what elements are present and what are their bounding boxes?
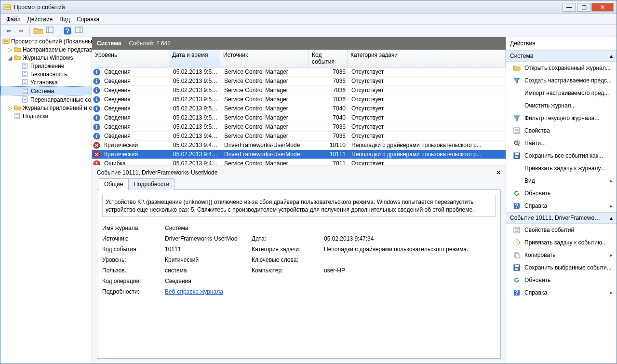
action-item[interactable]: Создать настраиваемое предс... — [506, 74, 617, 87]
actions-section-system[interactable]: Система▴ — [506, 50, 617, 62]
table-row[interactable]: Сведения05.02.2013 9:53:27Service Contro… — [92, 104, 506, 113]
action-item[interactable]: Обновить — [506, 187, 617, 200]
svg-rect-29 — [46, 27, 53, 33]
tab-general[interactable]: Общие — [99, 178, 128, 190]
copy-icon — [513, 251, 521, 259]
table-row[interactable]: Ошибка05.02.2013 9:47:34Service Control … — [92, 159, 506, 165]
action-item[interactable]: Привязать задачу к журналу... — [506, 162, 617, 175]
tree-log-system[interactable]: Система — [0, 86, 92, 95]
action-item[interactable]: Найти... — [506, 137, 617, 149]
action-item[interactable]: Фильтр текущего журнала... — [506, 112, 617, 124]
tree-custom-views[interactable]: ▷Настраиваемые представления — [0, 45, 92, 54]
table-row[interactable]: Сведения05.02.2013 9:53:38Service Contro… — [92, 86, 506, 95]
tree-log-forwarded[interactable]: Перенаправленные события — [0, 95, 92, 104]
content-header: Система Событий: 2 642 — [92, 37, 506, 50]
layout-button[interactable] — [75, 26, 85, 36]
action-item[interactable]: Обновить — [506, 274, 617, 286]
tree-pane[interactable]: Просмотр событий (Локальный) ▷Настраивае… — [0, 37, 92, 364]
submenu-arrow-icon: ▸ — [610, 202, 613, 209]
tree-log-application[interactable]: Приложение — [0, 62, 92, 70]
grid-header[interactable]: Уровень Дата и время Источник Код событи… — [92, 50, 506, 67]
back-button[interactable]: ⬅ — [3, 26, 14, 36]
action-item[interactable]: Вид▸ — [506, 175, 617, 187]
blank-icon — [513, 177, 521, 185]
level-icon — [93, 78, 100, 85]
action-item[interactable]: Привязать задачу к событию... — [506, 236, 617, 249]
event-count: Событий: 2 642 — [129, 40, 171, 47]
task-icon — [513, 239, 521, 246]
event-grid[interactable]: Уровень Дата и время Источник Код событи… — [92, 50, 506, 165]
table-row[interactable]: Сведения05.02.2013 9:47:46Service Contro… — [92, 132, 506, 141]
menu-action[interactable]: Действие — [25, 15, 56, 24]
panes-button[interactable] — [45, 26, 56, 36]
toolbar: ⬅ ➡ — [0, 25, 617, 37]
refresh-icon — [513, 189, 521, 197]
props-icon — [513, 127, 521, 135]
col-date[interactable]: Дата и время — [169, 50, 220, 67]
tree-app-logs[interactable]: ▷Журналы приложений и служб — [0, 104, 92, 112]
maximize-button[interactable]: ▢ — [577, 3, 590, 12]
blank-icon — [513, 102, 521, 109]
action-item[interactable]: Свойства событий — [506, 224, 617, 236]
show-tree-button[interactable] — [33, 26, 43, 36]
table-row[interactable]: Критический05.02.2013 9:47:34DriverFrame… — [92, 141, 506, 150]
content-title: Система — [97, 40, 121, 47]
action-item[interactable]: Импорт настраиваемого пред... — [506, 87, 617, 99]
tab-details[interactable]: Подробности — [128, 178, 174, 190]
window-title: Просмотр событий — [14, 4, 563, 11]
level-icon — [93, 114, 100, 121]
col-category[interactable]: Категория задачи — [348, 50, 506, 67]
action-item[interactable]: Копировать▸ — [506, 249, 617, 261]
actions-section-event[interactable]: Событие 10111, DriverFrameworks-...▴ — [506, 212, 617, 224]
titlebar: Просмотр событий — ▢ ✕ — [0, 0, 617, 14]
help-button[interactable] — [62, 26, 73, 36]
filter-icon — [513, 77, 521, 84]
col-source[interactable]: Источник — [220, 50, 309, 67]
col-level[interactable]: Уровень — [92, 50, 169, 67]
forward-button[interactable]: ➡ — [16, 26, 27, 36]
level-icon — [93, 123, 100, 131]
menu-view[interactable]: Вид — [56, 15, 73, 24]
table-row[interactable]: Сведения05.02.2013 9:55:00Service Contro… — [92, 77, 506, 86]
action-item[interactable]: Сохранить все события как... — [506, 149, 617, 162]
help-icon — [513, 202, 521, 210]
detail-close-button[interactable]: ✕ — [496, 169, 501, 176]
menu-file[interactable]: Файл — [3, 15, 24, 24]
tree-log-setup[interactable]: Установка — [0, 78, 92, 86]
tree-subscriptions[interactable]: Подписки — [0, 112, 92, 120]
menubar: Файл Действие Вид Справка — [0, 14, 617, 25]
actions-pane: Действия Система▴ Открыть сохраненный жу… — [506, 37, 617, 364]
tree-root[interactable]: Просмотр событий (Локальный) — [0, 37, 92, 45]
action-item[interactable]: Свойства — [506, 124, 617, 137]
action-item[interactable]: Справка▸ — [506, 200, 617, 212]
action-item[interactable]: Открыть сохраненный журнал... — [506, 62, 617, 74]
level-icon — [93, 87, 100, 94]
detail-title: Событие 10111, DriverFrameworks-UserMode — [97, 169, 217, 176]
save-icon — [513, 264, 521, 271]
menu-help[interactable]: Справка — [74, 15, 102, 24]
blank-icon — [513, 164, 521, 172]
table-row[interactable]: Сведения05.02.2013 9:51:34Service Contro… — [92, 122, 506, 132]
refresh-icon — [513, 276, 521, 284]
folder-icon — [513, 64, 521, 72]
action-item[interactable]: Сохранить выбранные событи... — [506, 261, 617, 274]
action-item[interactable]: Справка▸ — [506, 286, 617, 299]
close-button[interactable]: ✕ — [591, 3, 614, 12]
table-row[interactable]: Сведения05.02.2013 9:53:27Service Contro… — [92, 95, 506, 104]
level-icon — [93, 142, 100, 149]
col-code[interactable]: Код события — [309, 50, 348, 67]
detail-pane: Событие 10111, DriverFrameworks-UserMode… — [92, 165, 506, 364]
tree-log-security[interactable]: Безопасность — [0, 70, 92, 78]
table-row[interactable]: Критический05.02.2013 9:47:34DriverFrame… — [92, 150, 506, 159]
app-icon — [3, 3, 11, 11]
find-icon — [513, 139, 521, 147]
table-row[interactable]: Сведения05.02.2013 9:55:01Service Contro… — [92, 67, 506, 77]
submenu-arrow-icon: ▸ — [610, 252, 613, 258]
minimize-button[interactable]: — — [563, 3, 576, 12]
action-item[interactable]: Очистить журнал... — [506, 99, 617, 112]
level-icon — [93, 105, 100, 112]
table-row[interactable]: Сведения05.02.2013 9:53:25Service Contro… — [92, 113, 506, 122]
submenu-arrow-icon: ▸ — [610, 289, 613, 296]
web-help-link[interactable]: Веб-справка журнала — [165, 288, 223, 295]
tree-windows-logs[interactable]: ◢Журналы Windows — [0, 54, 92, 62]
